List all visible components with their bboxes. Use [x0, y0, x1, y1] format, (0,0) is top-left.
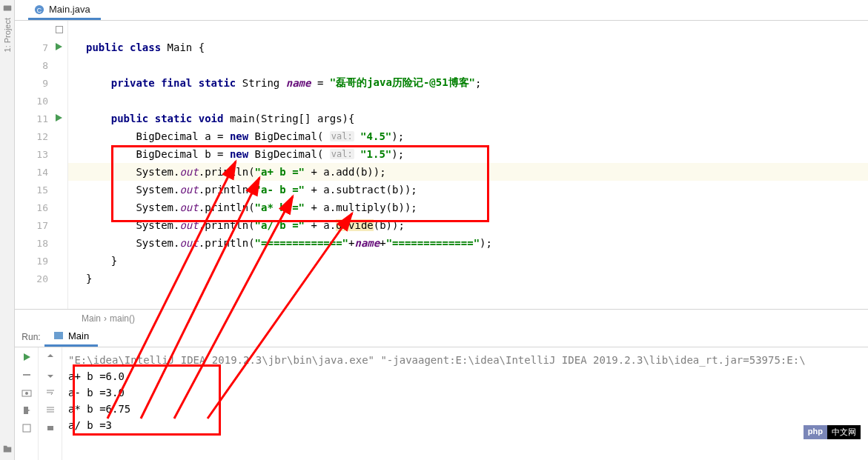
svg-rect-0: [3, 6, 11, 11]
crumb-method[interactable]: main(): [110, 313, 135, 324]
folder-icon[interactable]: [2, 444, 13, 454]
exit-icon[interactable]: [21, 405, 32, 416]
editor-tabs: C Main.java: [15, 0, 868, 21]
run-config-icon: [53, 330, 64, 341]
console-line: a- b =3.0: [68, 384, 862, 401]
svg-point-6: [25, 392, 28, 395]
svg-rect-8: [47, 426, 53, 430]
scroll-icon[interactable]: [45, 405, 56, 416]
console-line: a* b =6.75: [68, 401, 862, 417]
svg-rect-7: [23, 424, 30, 432]
project-tool-label[interactable]: 1: Project: [3, 18, 12, 52]
java-class-icon: C: [34, 4, 44, 15]
run-tab-label: Main: [68, 330, 89, 341]
svg-rect-4: [23, 374, 30, 376]
run-header: Run: Main: [15, 327, 868, 347]
run-gutter-icon[interactable]: [54, 113, 63, 122]
left-tool-rail: 1: Project: [0, 0, 15, 460]
run-toolbar-primary: [15, 347, 39, 460]
ant-icon: [2, 3, 13, 13]
print-icon[interactable]: [45, 423, 56, 433]
run-body: "E:\idea\IntelliJ IDEA 2019.2.3\jbr\bin\…: [15, 347, 868, 460]
up-icon[interactable]: [45, 352, 56, 362]
app-root: 1: Project C Main.java 7 8 9 10 11 12 13…: [0, 0, 868, 460]
badge-left: php: [804, 425, 827, 439]
code-area[interactable]: public class Main { private final static…: [68, 21, 868, 309]
run-panel: Run: Main: [15, 327, 868, 460]
console-line: a+ b =6.0: [68, 368, 862, 384]
run-label: Run:: [15, 332, 44, 342]
breakpoint-cell[interactable]: [56, 26, 63, 33]
main-column: C Main.java 7 8 9 10 11 12 13 14 15 16 1…: [15, 0, 868, 460]
console-cmd: "E:\idea\IntelliJ IDEA 2019.2.3\jbr\bin\…: [68, 352, 862, 368]
tab-label: Main.java: [49, 4, 90, 15]
console-line: a/ b =3: [68, 417, 862, 433]
svg-rect-3: [54, 332, 63, 339]
editor: 7 8 9 10 11 12 13 14 15 16 17 18 19 20 p…: [15, 21, 868, 309]
svg-text:C: C: [37, 6, 42, 13]
run-icon[interactable]: [21, 352, 32, 362]
down-icon[interactable]: [45, 370, 56, 380]
line-gutter: 7 8 9 10 11 12 13 14 15 16 17 18 19 20: [15, 21, 68, 309]
badge-right: 中文网: [827, 425, 861, 439]
console-output[interactable]: "E:\idea\IntelliJ IDEA 2019.2.3\jbr\bin\…: [62, 347, 868, 460]
run-gutter-icon[interactable]: [54, 42, 63, 51]
watermark-badge: php 中文网: [804, 425, 861, 439]
layout-icon[interactable]: [21, 423, 32, 433]
camera-icon[interactable]: [21, 387, 32, 398]
run-toolbar-secondary: [39, 347, 62, 460]
stop-icon[interactable]: [21, 370, 32, 380]
crumb-sep: ›: [104, 313, 107, 324]
breadcrumb: Main › main(): [15, 309, 868, 327]
crumb-class[interactable]: Main: [82, 313, 101, 324]
run-tab[interactable]: Main: [44, 327, 98, 347]
tab-main-java[interactable]: C Main.java: [28, 1, 101, 20]
wrap-icon[interactable]: [45, 387, 56, 398]
